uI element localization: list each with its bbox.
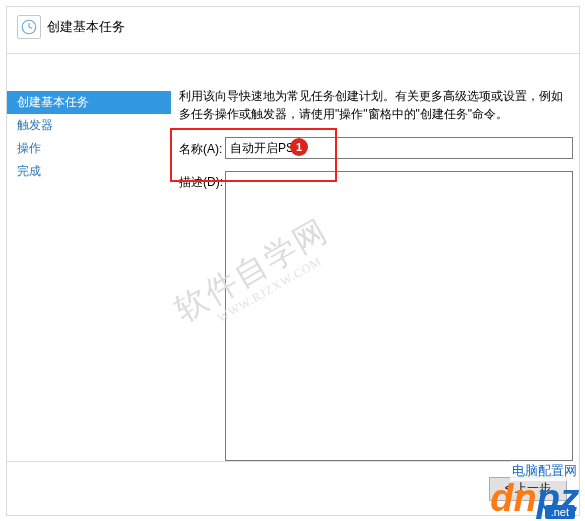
svg-line-2	[29, 27, 32, 29]
sidebar-item-create[interactable]: 创建基本任务	[7, 91, 171, 114]
name-label: 名称(A):	[179, 138, 225, 158]
wizard-sidebar: 创建基本任务 触发器 操作 完成	[7, 87, 171, 455]
desc-label: 描述(D):	[179, 171, 225, 191]
brand-dn: dn	[490, 477, 536, 519]
desc-textarea[interactable]	[225, 171, 573, 461]
sidebar-item-trigger[interactable]: 触发器	[7, 114, 171, 137]
intro-text: 利用该向导快速地为常见任务创建计划。有关更多高级选项或设置，例如多任务操作或触发…	[179, 87, 573, 123]
name-input[interactable]	[225, 137, 573, 159]
sidebar-item-action[interactable]: 操作	[7, 137, 171, 160]
clock-icon	[17, 15, 41, 39]
sidebar-item-finish[interactable]: 完成	[7, 160, 171, 183]
wizard-main: 利用该向导快速地为常见任务创建计划。有关更多高级选项或设置，例如多任务操作或触发…	[171, 87, 579, 455]
titlebar: 创建基本任务	[7, 7, 579, 47]
brand-logo: dnpz .net	[490, 479, 579, 517]
titlebar-separator	[7, 53, 579, 54]
brand-sub: .net	[545, 505, 575, 519]
window-title: 创建基本任务	[47, 18, 125, 36]
